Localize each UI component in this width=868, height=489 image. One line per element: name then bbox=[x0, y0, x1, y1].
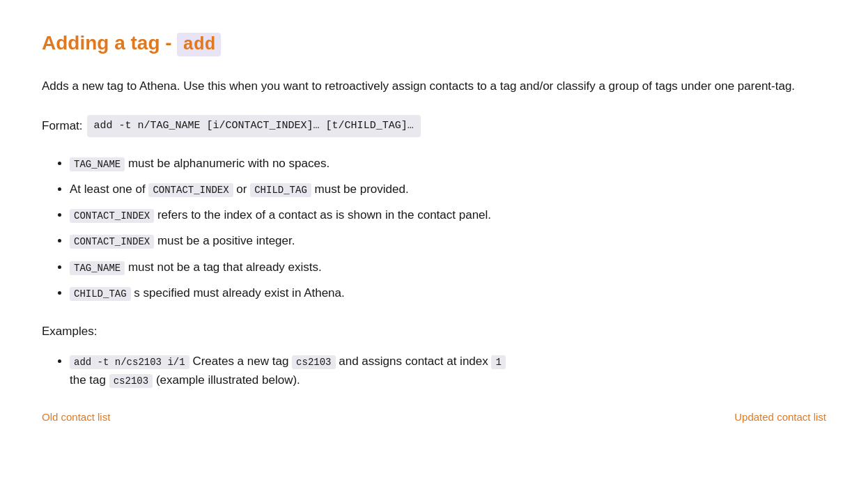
title-prefix: Adding a tag - bbox=[42, 32, 177, 54]
example-code-2: cs2103 bbox=[292, 355, 335, 369]
format-label: Format: bbox=[42, 116, 83, 135]
rule-text-4: must be a positive integer. bbox=[157, 234, 295, 247]
example-index-1: 1 bbox=[491, 355, 505, 369]
examples-label: Examples: bbox=[42, 322, 826, 341]
code-contact-index-1: CONTACT_INDEX bbox=[148, 183, 233, 197]
list-item: CHILD_TAG s specified must already exist… bbox=[70, 284, 826, 302]
example-text-1b: and assigns contact at index bbox=[339, 355, 491, 368]
footer-links: Old contact list Updated contact list bbox=[42, 409, 826, 426]
format-line: Format: add -t n/TAG_NAME [i/CONTACT_IND… bbox=[42, 115, 826, 137]
format-code: add -t n/TAG_NAME [i/CONTACT_INDEX]… [t/… bbox=[87, 115, 421, 137]
examples-list: add -t n/cs2103 i/1 Creates a new tag cs… bbox=[42, 352, 826, 389]
title-command: add bbox=[177, 33, 221, 56]
rule-text-5: must not be a tag that already exists. bbox=[128, 261, 322, 274]
list-item: TAG_NAME must not be a tag that already … bbox=[70, 258, 826, 277]
description: Adds a new tag to Athena. Use this when … bbox=[42, 77, 826, 95]
rule-text-1: must be alphanumeric with no spaces. bbox=[128, 157, 330, 170]
list-item: CONTACT_INDEX must be a positive integer… bbox=[70, 231, 826, 250]
rule-text-2a: At least one of bbox=[70, 183, 148, 196]
list-item: At least one of CONTACT_INDEX or CHILD_T… bbox=[70, 180, 826, 199]
code-tag-name-2: TAG_NAME bbox=[70, 261, 125, 275]
rule-text-2b: or bbox=[236, 183, 250, 196]
page-title: Adding a tag - add bbox=[42, 28, 826, 60]
old-contact-list-link[interactable]: Old contact list bbox=[42, 409, 110, 426]
code-child-tag-1: CHILD_TAG bbox=[250, 183, 311, 197]
rule-text-6: s specified must already exist in Athena… bbox=[134, 286, 344, 300]
list-item: CONTACT_INDEX refers to the index of a c… bbox=[70, 205, 826, 224]
rule-text-3: refers to the index of a contact as is s… bbox=[157, 208, 491, 222]
example-continuation-text: the tag bbox=[70, 373, 109, 387]
code-contact-index-2: CONTACT_INDEX bbox=[70, 209, 154, 223]
example-code-3: cs2103 bbox=[109, 374, 153, 388]
updated-contact-list-link[interactable]: Updated contact list bbox=[734, 409, 826, 426]
rules-list: TAG_NAME must be alphanumeric with no sp… bbox=[42, 154, 826, 302]
rule-text-2c: must be provided. bbox=[315, 183, 409, 196]
example-code-1: add -t n/cs2103 i/1 bbox=[70, 355, 189, 369]
example-end-text: (example illustrated below). bbox=[156, 373, 300, 387]
code-tag-name-1: TAG_NAME bbox=[70, 157, 125, 171]
list-item: TAG_NAME must be alphanumeric with no sp… bbox=[70, 154, 826, 173]
list-item: add -t n/cs2103 i/1 Creates a new tag cs… bbox=[70, 352, 826, 389]
code-child-tag-2: CHILD_TAG bbox=[70, 287, 131, 301]
code-contact-index-3: CONTACT_INDEX bbox=[70, 235, 154, 249]
example-text-1a: Creates a new tag bbox=[192, 355, 292, 368]
